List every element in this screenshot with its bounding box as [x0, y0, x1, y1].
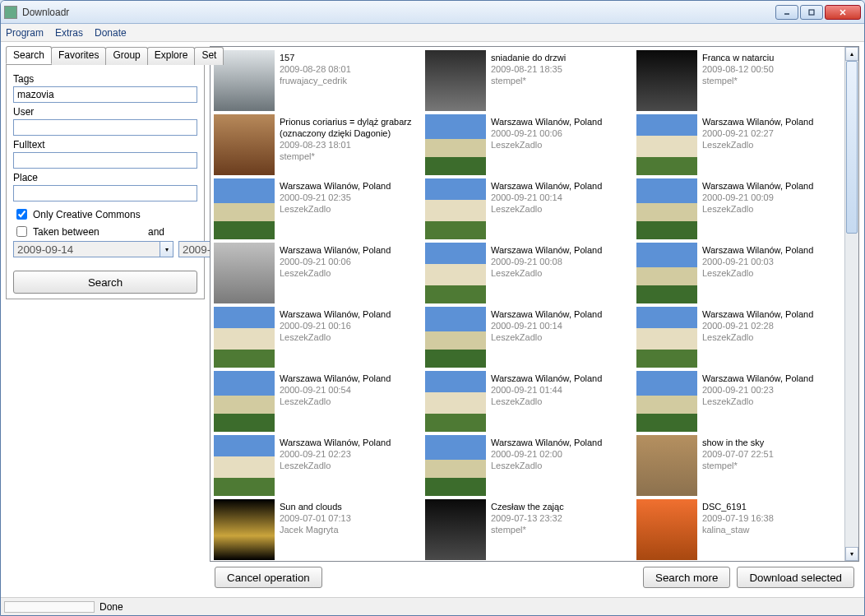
result-item[interactable]: Warszawa Wilanów, Poland2000-09-21 00:03… — [636, 243, 841, 303]
scroll-up-icon[interactable]: ▴ — [845, 47, 858, 61]
maximize-button[interactable] — [800, 5, 823, 20]
thumbnail[interactable] — [214, 499, 275, 560]
thumbnail[interactable] — [425, 243, 486, 303]
scroll-thumb[interactable] — [846, 61, 858, 234]
thumbnail[interactable] — [636, 50, 697, 111]
result-item[interactable]: Prionus coriarius = dyląż grabarz (oznac… — [214, 114, 419, 175]
user-label: User — [13, 106, 197, 118]
chevron-down-icon[interactable]: ▾ — [160, 241, 173, 257]
result-title: Warszawa Wilanów, Poland — [702, 244, 813, 256]
taken-checkbox[interactable] — [16, 226, 27, 237]
result-date: 2000-09-21 02:28 — [702, 320, 813, 331]
tags-input[interactable] — [13, 86, 197, 103]
thumbnail[interactable] — [425, 114, 486, 175]
result-item[interactable]: Warszawa Wilanów, Poland2000-09-21 00:23… — [636, 371, 841, 432]
menu-extras[interactable]: Extras — [55, 27, 83, 39]
result-item[interactable]: Warszawa Wilanów, Poland2000-09-21 00:06… — [425, 114, 630, 175]
thumbnail[interactable] — [214, 178, 275, 239]
thumbnail[interactable] — [214, 435, 275, 496]
search-more-button[interactable]: Search more — [643, 567, 730, 588]
result-item[interactable]: show in the sky2009-07-07 22:51stempel* — [636, 435, 841, 496]
thumbnail[interactable] — [425, 307, 486, 368]
result-date: 2000-09-21 02:23 — [280, 448, 391, 460]
tab-favorites[interactable]: Favorites — [51, 47, 106, 65]
scroll-track[interactable] — [845, 61, 858, 547]
thumbnail[interactable] — [636, 114, 697, 175]
result-meta: Warszawa Wilanów, Poland2000-09-21 00:08… — [486, 243, 602, 279]
thumbnail[interactable] — [214, 307, 275, 368]
result-user: LeszekZadlo — [702, 396, 813, 407]
tab-search[interactable]: Search — [6, 46, 52, 64]
result-item[interactable]: Warszawa Wilanów, Poland2000-09-21 02:00… — [425, 435, 630, 496]
close-button[interactable] — [825, 5, 861, 20]
menu-program[interactable]: Program — [6, 27, 44, 39]
result-user: fruwajacy_cedrik — [280, 75, 351, 86]
result-title: Warszawa Wilanów, Poland — [702, 180, 813, 192]
result-item[interactable]: Warszawa Wilanów, Poland2000-09-21 00:14… — [425, 307, 630, 368]
user-input[interactable] — [13, 119, 197, 136]
result-item[interactable]: Warszawa Wilanów, Poland2000-09-21 01:44… — [425, 371, 630, 432]
scroll-down-icon[interactable]: ▾ — [845, 547, 858, 561]
thumbnail[interactable] — [214, 114, 275, 175]
result-date: 2000-09-21 00:54 — [280, 384, 391, 396]
thumbnail[interactable] — [214, 243, 275, 303]
menu-donate[interactable]: Donate — [95, 27, 127, 39]
thumbnail[interactable] — [425, 435, 486, 496]
thumbnail[interactable] — [636, 499, 697, 560]
thumbnail[interactable] — [425, 371, 486, 432]
tab-group[interactable]: Group — [105, 47, 147, 65]
result-meta: Warszawa Wilanów, Poland2000-09-21 02:28… — [697, 307, 813, 343]
thumbnail[interactable] — [636, 307, 697, 368]
result-item[interactable]: Warszawa Wilanów, Poland2000-09-21 02:27… — [636, 114, 841, 175]
thumbnail[interactable] — [425, 499, 486, 560]
result-date: 2009-08-21 18:35 — [491, 63, 566, 75]
result-item[interactable]: 1572009-08-28 08:01fruwajacy_cedrik — [214, 50, 419, 111]
cancel-button[interactable]: Cancel operation — [215, 567, 322, 588]
thumbnail[interactable] — [425, 178, 486, 239]
thumbnail[interactable] — [425, 50, 486, 111]
result-item[interactable]: Warszawa Wilanów, Poland2000-09-21 02:23… — [214, 435, 419, 496]
tab-explore[interactable]: Explore — [147, 47, 196, 65]
place-input[interactable] — [13, 185, 197, 201]
result-user: LeszekZadlo — [280, 396, 391, 407]
result-item[interactable]: Warszawa Wilanów, Poland2000-09-21 00:09… — [636, 178, 841, 239]
result-item[interactable]: Warszawa Wilanów, Poland2000-09-21 00:06… — [214, 243, 419, 303]
tab-set[interactable]: Set — [194, 47, 224, 65]
result-item[interactable]: Warszawa Wilanów, Poland2000-09-21 00:08… — [425, 243, 630, 303]
result-item[interactable]: Franca w natarciu2009-08-12 00:50stempel… — [636, 50, 841, 111]
date-from-value[interactable] — [13, 241, 160, 257]
vertical-scrollbar[interactable]: ▴ ▾ — [844, 47, 858, 561]
menubar: Program Extras Donate — [1, 24, 864, 42]
result-item[interactable]: Czesław the zając2009-07-13 23:32stempel… — [425, 499, 630, 560]
result-item[interactable]: DSC_61912009-07-19 16:38kalina_staw — [636, 499, 841, 560]
thumbnail[interactable] — [636, 178, 697, 239]
result-item[interactable]: Warszawa Wilanów, Poland2000-09-21 00:14… — [425, 178, 630, 239]
date-from[interactable]: ▾ — [13, 241, 173, 257]
result-date: 2009-08-12 00:50 — [702, 63, 774, 75]
fulltext-input[interactable] — [13, 152, 197, 169]
result-item[interactable]: sniadanie do drzwi2009-08-21 18:35stempe… — [425, 50, 630, 111]
result-meta: Warszawa Wilanów, Poland2000-09-21 02:23… — [275, 435, 391, 471]
result-title: Czesław the zając — [491, 501, 564, 512]
thumbnail[interactable] — [636, 371, 697, 432]
result-user: LeszekZadlo — [491, 203, 602, 215]
download-selected-button[interactable]: Download selected — [737, 567, 854, 588]
result-item[interactable]: Warszawa Wilanów, Poland2000-09-21 02:35… — [214, 178, 419, 239]
result-item[interactable]: Sun and clouds2009-07-01 07:13Jacek Magr… — [214, 499, 419, 560]
result-meta: Warszawa Wilanów, Poland2000-09-21 00:16… — [275, 307, 391, 343]
thumbnail[interactable] — [636, 435, 697, 496]
result-user: LeszekZadlo — [280, 267, 391, 279]
thumbnail[interactable] — [636, 243, 697, 303]
search-button[interactable]: Search — [13, 271, 197, 294]
result-meta: 1572009-08-28 08:01fruwajacy_cedrik — [275, 50, 351, 86]
result-meta: Warszawa Wilanów, Poland2000-09-21 00:14… — [486, 307, 602, 343]
result-item[interactable]: Warszawa Wilanów, Poland2000-09-21 00:54… — [214, 371, 419, 432]
result-item[interactable]: Warszawa Wilanów, Poland2000-09-21 00:16… — [214, 307, 419, 368]
thumbnail[interactable] — [214, 371, 275, 432]
minimize-button[interactable] — [775, 5, 798, 20]
cc-checkbox[interactable] — [16, 209, 27, 220]
result-user: stempel* — [491, 524, 564, 535]
result-title: Warszawa Wilanów, Poland — [491, 116, 602, 127]
result-item[interactable]: Warszawa Wilanów, Poland2000-09-21 02:28… — [636, 307, 841, 368]
result-title: Warszawa Wilanów, Poland — [491, 244, 602, 256]
